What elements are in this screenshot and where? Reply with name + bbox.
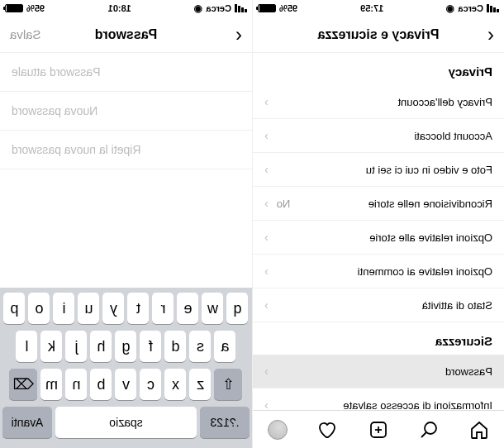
time-label: 18:01 [108, 3, 131, 13]
current-password-input[interactable] [12, 65, 240, 79]
key-a[interactable]: a [215, 331, 236, 362]
wifi-icon: ◉ [446, 2, 454, 14]
key-p[interactable]: p [4, 293, 26, 324]
key-q[interactable]: q [227, 293, 249, 324]
chevron-right-icon: › [264, 365, 269, 378]
svg-line-1 [421, 432, 426, 437]
chevron-right-icon: › [264, 398, 269, 410]
keyboard: q w e r t y u i o p a s d f g h j k l [0, 288, 252, 448]
key-m[interactable]: m [41, 369, 63, 400]
key-z[interactable]: z [190, 369, 212, 400]
item-password[interactable]: Password› [253, 355, 504, 388]
section-header-security: Sicurezza [253, 322, 504, 355]
kb-row-2: a s d f g h j k l [2, 331, 250, 362]
key-w[interactable]: w [202, 293, 224, 324]
key-y[interactable]: y [103, 293, 125, 324]
item-activity-status[interactable]: Stato di attività› [253, 288, 504, 322]
next-key[interactable]: Avanti [2, 407, 52, 438]
password-form [0, 53, 252, 288]
back-button[interactable]: ‹ [235, 23, 242, 46]
password-change-screen: Cerca ◉ 18:01 95% ‹ Password Salva [0, 0, 252, 448]
space-key[interactable]: spazio [55, 407, 197, 438]
chevron-right-icon: › [264, 129, 269, 142]
item-story-options[interactable]: Opzioni relative alle storie› [253, 221, 504, 255]
symbols-key[interactable]: .?123 [200, 407, 250, 438]
section-header-privacy: Privacy [253, 53, 504, 85]
save-button[interactable]: Salva [10, 27, 41, 41]
new-password-row [0, 92, 252, 131]
key-o[interactable]: o [29, 293, 50, 324]
activity-tab[interactable] [318, 420, 338, 440]
search-tab[interactable] [419, 420, 439, 440]
chevron-right-icon: › [264, 265, 269, 278]
item-blocked-accounts[interactable]: Account bloccati› [253, 119, 504, 153]
current-password-row [0, 53, 252, 92]
key-t[interactable]: t [128, 293, 150, 324]
kb-row-3: ⇧ z x c v b n m ⌫ [2, 369, 250, 400]
key-k[interactable]: k [41, 331, 63, 362]
settings-list[interactable]: Privacy Privacy dell'account› Account bl… [253, 53, 504, 410]
battery-icon [258, 4, 276, 12]
key-c[interactable]: c [140, 369, 162, 400]
new-password-input[interactable] [12, 104, 240, 117]
backspace-key[interactable]: ⌫ [10, 369, 38, 400]
key-j[interactable]: j [66, 331, 88, 362]
chevron-right-icon: › [264, 95, 269, 108]
key-h[interactable]: h [91, 331, 112, 362]
key-l[interactable]: l [17, 331, 38, 362]
carrier-label: Cerca [206, 3, 231, 13]
tab-bar [253, 410, 504, 448]
battery-icon [5, 4, 23, 12]
battery-percent: 95% [279, 3, 297, 13]
key-f[interactable]: f [140, 331, 162, 362]
svg-point-0 [425, 422, 436, 434]
shift-key[interactable]: ⇧ [215, 369, 243, 400]
status-bar: Cerca ◉ 17:59 95% [253, 0, 504, 17]
privacy-security-screen: Cerca ◉ 17:59 95% ‹ Privacy e sicurezza … [252, 0, 504, 448]
time-label: 17:59 [360, 3, 383, 13]
nav-bar: ‹ Privacy e sicurezza [253, 17, 504, 53]
key-b[interactable]: b [91, 369, 112, 400]
chevron-right-icon: › [264, 163, 269, 176]
battery-percent: 95% [26, 3, 45, 13]
home-tab[interactable] [469, 420, 489, 440]
key-u[interactable]: u [78, 293, 100, 324]
chevron-right-icon: › [264, 231, 269, 244]
key-e[interactable]: e [178, 293, 199, 324]
value-label: No [277, 198, 291, 210]
item-account-privacy[interactable]: Privacy dell'account› [253, 85, 504, 119]
key-s[interactable]: s [190, 331, 212, 362]
signal-icon [235, 4, 247, 12]
repeat-password-input[interactable] [12, 143, 240, 156]
nav-title: Privacy e sicurezza [253, 27, 504, 42]
carrier-label: Cerca [458, 3, 483, 13]
key-n[interactable]: n [66, 369, 88, 400]
item-photos-of-you[interactable]: Foto e video in cui ci sei tu› [253, 153, 504, 187]
key-g[interactable]: g [116, 331, 137, 362]
nav-bar: ‹ Password Salva [0, 17, 252, 53]
key-x[interactable]: x [165, 369, 187, 400]
profile-tab[interactable] [268, 420, 288, 440]
key-r[interactable]: r [153, 293, 174, 324]
kb-row-1: q w e r t y u i o p [2, 293, 250, 324]
back-button[interactable]: ‹ [487, 23, 494, 46]
kb-row-4: .?123 spazio Avanti [2, 407, 250, 438]
item-saved-login[interactable]: Informazioni di accesso salvate› [253, 388, 504, 410]
chevron-right-icon: › [264, 298, 269, 312]
status-bar: Cerca ◉ 18:01 95% [0, 0, 252, 17]
signal-icon [487, 4, 499, 12]
item-story-resharing[interactable]: Ricondivisione nelle storieNo› [253, 187, 504, 221]
add-tab[interactable] [368, 420, 388, 440]
key-d[interactable]: d [165, 331, 187, 362]
key-i[interactable]: i [54, 293, 75, 324]
key-v[interactable]: v [116, 369, 137, 400]
item-comment-options[interactable]: Opzioni relative ai commenti› [253, 255, 504, 288]
chevron-right-icon: › [264, 197, 269, 210]
repeat-password-row [0, 131, 252, 169]
wifi-icon: ◉ [194, 2, 202, 14]
